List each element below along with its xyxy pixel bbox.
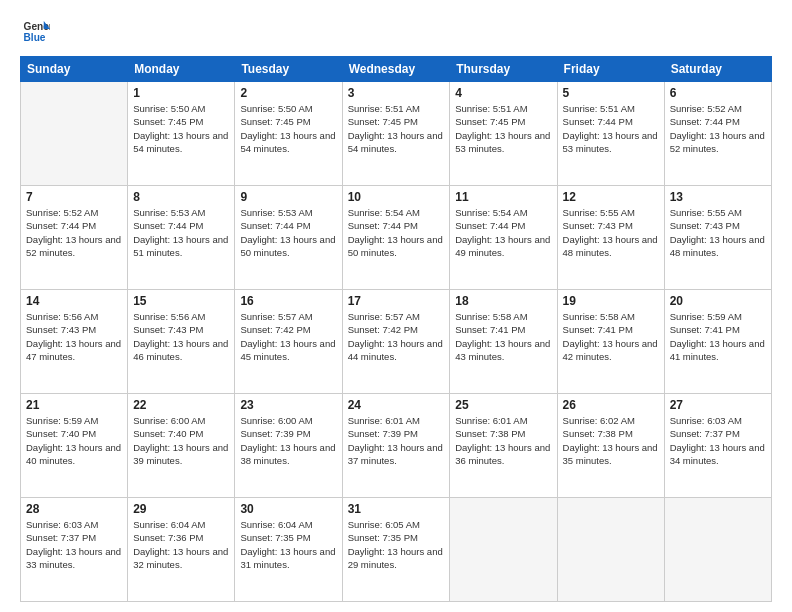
calendar-cell [557,498,664,602]
day-info: Sunrise: 5:54 AMSunset: 7:44 PMDaylight:… [348,206,445,259]
day-number: 18 [455,294,551,308]
calendar-cell: 5Sunrise: 5:51 AMSunset: 7:44 PMDaylight… [557,82,664,186]
day-number: 30 [240,502,336,516]
calendar-cell: 19Sunrise: 5:58 AMSunset: 7:41 PMDayligh… [557,290,664,394]
logo-icon: General Blue [22,18,50,46]
day-info: Sunrise: 6:03 AMSunset: 7:37 PMDaylight:… [26,518,122,571]
svg-text:Blue: Blue [24,32,46,43]
day-info: Sunrise: 6:04 AMSunset: 7:35 PMDaylight:… [240,518,336,571]
calendar-cell: 22Sunrise: 6:00 AMSunset: 7:40 PMDayligh… [128,394,235,498]
day-number: 17 [348,294,445,308]
calendar-cell: 4Sunrise: 5:51 AMSunset: 7:45 PMDaylight… [450,82,557,186]
day-info: Sunrise: 5:58 AMSunset: 7:41 PMDaylight:… [563,310,659,363]
day-number: 1 [133,86,229,100]
day-info: Sunrise: 5:54 AMSunset: 7:44 PMDaylight:… [455,206,551,259]
day-info: Sunrise: 5:51 AMSunset: 7:45 PMDaylight:… [348,102,445,155]
day-number: 9 [240,190,336,204]
day-info: Sunrise: 5:51 AMSunset: 7:45 PMDaylight:… [455,102,551,155]
day-number: 12 [563,190,659,204]
calendar-cell: 15Sunrise: 5:56 AMSunset: 7:43 PMDayligh… [128,290,235,394]
calendar-cell: 8Sunrise: 5:53 AMSunset: 7:44 PMDaylight… [128,186,235,290]
day-info: Sunrise: 6:03 AMSunset: 7:37 PMDaylight:… [670,414,766,467]
day-info: Sunrise: 5:56 AMSunset: 7:43 PMDaylight:… [26,310,122,363]
calendar-table: SundayMondayTuesdayWednesdayThursdayFrid… [20,56,772,602]
day-number: 5 [563,86,659,100]
day-info: Sunrise: 6:04 AMSunset: 7:36 PMDaylight:… [133,518,229,571]
day-number: 6 [670,86,766,100]
calendar-cell [664,498,771,602]
col-header-sunday: Sunday [21,57,128,82]
logo: General Blue [20,18,50,46]
calendar-cell: 24Sunrise: 6:01 AMSunset: 7:39 PMDayligh… [342,394,450,498]
calendar-cell [21,82,128,186]
day-info: Sunrise: 5:55 AMSunset: 7:43 PMDaylight:… [563,206,659,259]
day-number: 24 [348,398,445,412]
calendar-cell: 1Sunrise: 5:50 AMSunset: 7:45 PMDaylight… [128,82,235,186]
calendar-cell: 10Sunrise: 5:54 AMSunset: 7:44 PMDayligh… [342,186,450,290]
calendar-cell: 27Sunrise: 6:03 AMSunset: 7:37 PMDayligh… [664,394,771,498]
col-header-thursday: Thursday [450,57,557,82]
day-number: 26 [563,398,659,412]
col-header-tuesday: Tuesday [235,57,342,82]
day-number: 10 [348,190,445,204]
calendar-cell: 25Sunrise: 6:01 AMSunset: 7:38 PMDayligh… [450,394,557,498]
day-number: 21 [26,398,122,412]
calendar-body: 1Sunrise: 5:50 AMSunset: 7:45 PMDaylight… [21,82,772,602]
calendar-cell: 29Sunrise: 6:04 AMSunset: 7:36 PMDayligh… [128,498,235,602]
day-info: Sunrise: 5:59 AMSunset: 7:40 PMDaylight:… [26,414,122,467]
calendar-cell: 14Sunrise: 5:56 AMSunset: 7:43 PMDayligh… [21,290,128,394]
col-header-wednesday: Wednesday [342,57,450,82]
calendar-cell: 12Sunrise: 5:55 AMSunset: 7:43 PMDayligh… [557,186,664,290]
day-number: 8 [133,190,229,204]
day-number: 11 [455,190,551,204]
calendar-cell: 31Sunrise: 6:05 AMSunset: 7:35 PMDayligh… [342,498,450,602]
day-info: Sunrise: 5:52 AMSunset: 7:44 PMDaylight:… [26,206,122,259]
day-number: 7 [26,190,122,204]
day-info: Sunrise: 6:01 AMSunset: 7:38 PMDaylight:… [455,414,551,467]
calendar-cell: 6Sunrise: 5:52 AMSunset: 7:44 PMDaylight… [664,82,771,186]
calendar-cell: 3Sunrise: 5:51 AMSunset: 7:45 PMDaylight… [342,82,450,186]
calendar-cell: 23Sunrise: 6:00 AMSunset: 7:39 PMDayligh… [235,394,342,498]
day-number: 19 [563,294,659,308]
calendar-cell: 18Sunrise: 5:58 AMSunset: 7:41 PMDayligh… [450,290,557,394]
col-header-saturday: Saturday [664,57,771,82]
day-info: Sunrise: 6:05 AMSunset: 7:35 PMDaylight:… [348,518,445,571]
calendar-cell: 20Sunrise: 5:59 AMSunset: 7:41 PMDayligh… [664,290,771,394]
day-info: Sunrise: 6:00 AMSunset: 7:40 PMDaylight:… [133,414,229,467]
day-info: Sunrise: 5:57 AMSunset: 7:42 PMDaylight:… [348,310,445,363]
day-number: 20 [670,294,766,308]
calendar-week-row: 21Sunrise: 5:59 AMSunset: 7:40 PMDayligh… [21,394,772,498]
day-info: Sunrise: 5:57 AMSunset: 7:42 PMDaylight:… [240,310,336,363]
day-number: 13 [670,190,766,204]
day-info: Sunrise: 5:53 AMSunset: 7:44 PMDaylight:… [133,206,229,259]
page: General Blue SundayMondayTuesdayWednesda… [0,0,792,612]
calendar-cell: 9Sunrise: 5:53 AMSunset: 7:44 PMDaylight… [235,186,342,290]
day-number: 23 [240,398,336,412]
calendar-cell: 30Sunrise: 6:04 AMSunset: 7:35 PMDayligh… [235,498,342,602]
day-number: 3 [348,86,445,100]
day-number: 27 [670,398,766,412]
calendar-week-row: 1Sunrise: 5:50 AMSunset: 7:45 PMDaylight… [21,82,772,186]
day-info: Sunrise: 5:51 AMSunset: 7:44 PMDaylight:… [563,102,659,155]
day-number: 15 [133,294,229,308]
day-info: Sunrise: 5:56 AMSunset: 7:43 PMDaylight:… [133,310,229,363]
calendar-cell: 13Sunrise: 5:55 AMSunset: 7:43 PMDayligh… [664,186,771,290]
calendar-cell: 2Sunrise: 5:50 AMSunset: 7:45 PMDaylight… [235,82,342,186]
day-info: Sunrise: 5:50 AMSunset: 7:45 PMDaylight:… [133,102,229,155]
calendar-cell [450,498,557,602]
calendar-week-row: 14Sunrise: 5:56 AMSunset: 7:43 PMDayligh… [21,290,772,394]
calendar-week-row: 7Sunrise: 5:52 AMSunset: 7:44 PMDaylight… [21,186,772,290]
calendar-cell: 11Sunrise: 5:54 AMSunset: 7:44 PMDayligh… [450,186,557,290]
day-number: 14 [26,294,122,308]
day-number: 4 [455,86,551,100]
calendar-header-row: SundayMondayTuesdayWednesdayThursdayFrid… [21,57,772,82]
day-number: 2 [240,86,336,100]
day-info: Sunrise: 5:52 AMSunset: 7:44 PMDaylight:… [670,102,766,155]
calendar-cell: 16Sunrise: 5:57 AMSunset: 7:42 PMDayligh… [235,290,342,394]
calendar-cell: 28Sunrise: 6:03 AMSunset: 7:37 PMDayligh… [21,498,128,602]
calendar-week-row: 28Sunrise: 6:03 AMSunset: 7:37 PMDayligh… [21,498,772,602]
calendar-cell: 7Sunrise: 5:52 AMSunset: 7:44 PMDaylight… [21,186,128,290]
day-number: 22 [133,398,229,412]
calendar-cell: 26Sunrise: 6:02 AMSunset: 7:38 PMDayligh… [557,394,664,498]
day-info: Sunrise: 6:02 AMSunset: 7:38 PMDaylight:… [563,414,659,467]
